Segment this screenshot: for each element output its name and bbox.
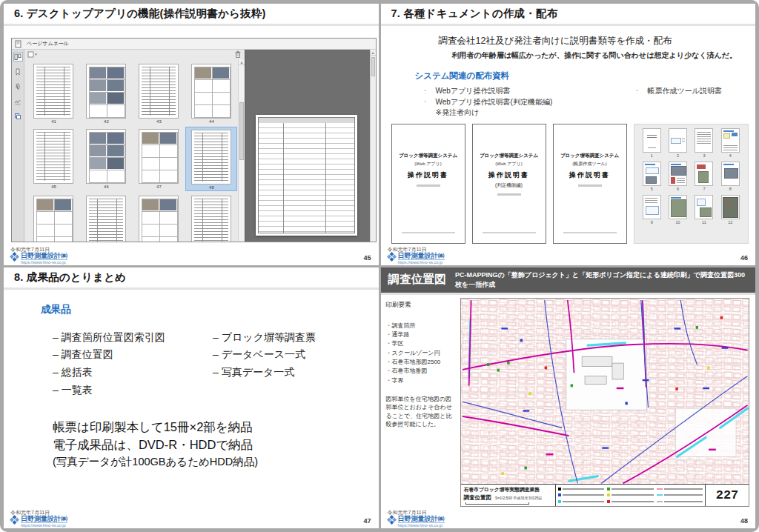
panel-title: ページサムネール: [27, 40, 69, 47]
page-thumbnail: 51: [133, 193, 184, 242]
deliverables-column-left: – 調査箇所位置図索引図 – 調査位置図 – 総括表 – 一覧表: [53, 329, 213, 399]
mini-page-number: 12: [728, 220, 732, 225]
logo-text: 日野測量設計㈱ https://www.hino-ss.co.jp: [21, 252, 67, 265]
body-text-line: 調査会社12社及び発注者向けに説明書類等を作成・配布: [439, 35, 750, 47]
company-url: https://www.hino-ss.co.jp: [21, 260, 67, 265]
mini-page: [669, 195, 687, 219]
map-sheet-title: 調査位置図: [464, 494, 492, 502]
deliverables-heading: 成果品: [41, 303, 364, 316]
mini-page: [695, 128, 713, 153]
preview-scrollbar: ▲: [370, 50, 376, 242]
slide-46-header: 7. 各種ドキュメントの作成・配布: [381, 4, 756, 26]
slide-47-title: 8. 成果品のとりまとめ: [14, 270, 126, 285]
mini-page: [721, 128, 740, 153]
print-element-item: ・スクールゾーン円: [386, 349, 454, 358]
bullet-lists: ・Webアプリ操作説明書 ・Webアプリ操作説明書(判定機能編) ※発注者向け …: [422, 85, 750, 117]
legend-column: [657, 486, 703, 505]
manual-page-thumb: 3: [695, 128, 713, 158]
bullet-item: ・帳票作成ツール説明書: [634, 85, 722, 96]
thumbnail-page-number: 41: [51, 119, 56, 124]
page-thumbnail: 47: [133, 127, 184, 191]
manual-page-thumb: 6: [669, 162, 687, 191]
manual-page-thumb: 8: [721, 162, 740, 191]
bullet-text: 帳票作成ツール説明書: [648, 85, 722, 96]
deliverables-column-right: – ブロック塀等調査票 – データベース一式 – 写真データ一式: [213, 329, 316, 399]
manual-cover-webapp: ブロック塀等調査システム (Web アプリ) 操作説明書: [391, 124, 465, 244]
slide-46: 7. 各種ドキュメントの作成・配布 調査会社12社及び発注者向けに説明書類等を作…: [381, 4, 756, 265]
attachments-icon: [13, 82, 23, 91]
logo-diamond-icon: [387, 515, 397, 525]
bullet-marker: ・: [422, 96, 428, 107]
mini-page: [643, 162, 661, 186]
scrollbar-thumb: [239, 102, 244, 160]
logo-text: 日野測量設計㈱ https://www.hino-ss.co.jp: [398, 515, 445, 528]
cover-footer-placeholder: [402, 232, 455, 233]
manual-page-thumb: 1: [643, 128, 661, 158]
cover-date-placeholder: [578, 184, 602, 187]
slide-48-body: 印刷要素 ・調査箇所 ・通学路 ・学区 ・スクールゾーン円 ・石巻市地形図250…: [381, 295, 756, 509]
company-name: 日野測量設計㈱: [398, 515, 445, 523]
slide-45-footer: 令和元年7月11日 日野測量設計㈱ https://www.hino-ss.co…: [4, 245, 379, 265]
manual-page-thumb: 12: [721, 195, 740, 225]
map-title-block: 石巻市ブロック塀等実態調査業務 調査位置図 S=1/2,500 平成31年3月2…: [461, 484, 749, 506]
company-name: 日野測量設計㈱: [21, 515, 67, 523]
handout-page: 6. デスクトップアプリの機能(操作説明書から抜粋) ページサムネール: [0, 0, 759, 532]
cover-edition: (判定機能編): [473, 182, 546, 189]
thumbnails-main: 41 42 43 44 45 46 47 48 49 50 51: [24, 50, 245, 242]
company-logo: 日野測量設計㈱ https://www.hino-ss.co.jp: [387, 515, 445, 528]
slide-48: 調査位置図 PC-MAPPINGの「整飾プロジェクト」と「矩形ポリゴン指定による…: [381, 267, 756, 529]
page-thumbnail: 49: [28, 193, 79, 242]
body-text-line: 利用者の年齢層は幅広かったが、操作に関する問い合わせは想定より少なく済んだ。: [452, 50, 750, 61]
thumbnail-panel-header: ページサムネール: [12, 39, 376, 50]
company-url: https://www.hino-ss.co.jp: [398, 523, 445, 528]
mini-page-number: 4: [729, 153, 732, 158]
mini-page: [669, 128, 687, 153]
print-element-item: ・学区: [386, 339, 454, 348]
page-thumbnail: 46: [81, 127, 131, 191]
bullet-item: ・Webアプリ操作説明書(判定機能編): [422, 96, 634, 107]
thumbnail-photo-page: [139, 196, 179, 242]
thumbnail-page-number: 43: [156, 119, 162, 124]
mini-page: [695, 195, 713, 219]
print-element-item: ・通学路: [386, 330, 454, 339]
deliverable-item: – 写真データ一式: [213, 364, 316, 382]
document-preview-pane: ▲: [245, 50, 376, 242]
print-elements-sidebar: 印刷要素 ・調査箇所 ・通学路 ・学区 ・スクールゾーン円 ・石巻市地形図250…: [386, 298, 454, 508]
slide-45-body: ページサムネール: [4, 26, 379, 245]
thumbnail-page-number: 45: [51, 184, 56, 189]
cover-footer-placeholder: [483, 232, 536, 233]
pdf-app-screenshot: ページサムネール: [11, 38, 377, 242]
page-thumbnails-panel-icon: [15, 40, 22, 48]
page-thumbnail: 43: [133, 61, 184, 124]
thumbnails-icon: [13, 52, 23, 61]
manual-page-thumb: 4: [721, 128, 740, 158]
bullet-column-right: ・帳票作成ツール説明書: [634, 85, 722, 117]
manual-page-thumb: 11: [695, 195, 713, 225]
cover-title: 操作説明書: [392, 170, 465, 180]
slide-46-footer: 令和元年7月11日 日野測量設計㈱ https://www.hino-ss.co…: [381, 245, 756, 265]
bullet-text: Webアプリ操作説明書(判定機能編): [436, 96, 553, 107]
thumbnail-page-number: 44: [209, 119, 214, 124]
slide-45-header: 6. デスクトップアプリの機能(操作説明書から抜粋): [4, 4, 379, 26]
slide-47-body: 成果品 – 調査箇所位置図索引図 – 調査位置図 – 総括表 – 一覧表 – ブ…: [4, 290, 379, 509]
print-element-item: ・字界: [386, 376, 454, 385]
mini-page: [643, 195, 661, 219]
delivery-summary: 帳票は印刷製本して15冊×2部を納品 電子成果品は、DVD-R・HDDで納品 (…: [53, 418, 364, 471]
thumbnail-page-number: 47: [156, 184, 162, 189]
scroll-up-icon: ▲: [371, 50, 376, 56]
company-url: https://www.hino-ss.co.jp: [21, 523, 67, 528]
map-drawing: [461, 299, 749, 485]
deliverable-item: – 総括表: [53, 364, 213, 382]
map-project-title: 石巻市ブロック塀等実態調査業務: [464, 486, 552, 493]
cover-system-name: ブロック塀等調査システム: [473, 153, 546, 159]
thumbnail-page-number: 42: [104, 119, 109, 124]
page-thumbnail-selected: 48: [185, 127, 237, 191]
manual-cover-report-tool: ブロック塀等調査システム (帳票作成ツール) 操作説明書: [553, 124, 627, 244]
scrollbar-thumb: [371, 57, 375, 76]
page-thumbnail: 50: [81, 193, 131, 242]
navigation-rail: [12, 50, 24, 242]
manual-page-thumb: 5: [643, 162, 661, 191]
mini-page-number: 9: [651, 220, 653, 225]
mini-page-number: 2: [677, 153, 679, 158]
mini-page-number: 11: [702, 220, 706, 225]
